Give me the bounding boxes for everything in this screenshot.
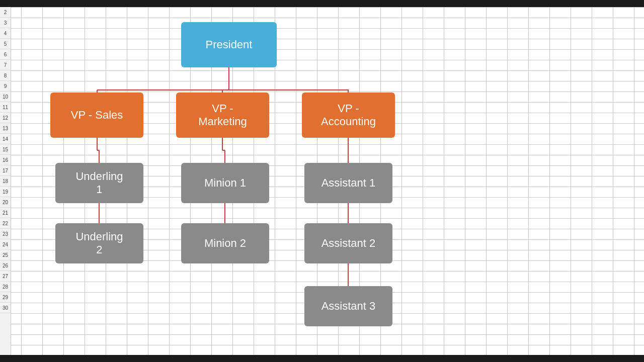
assistant1-label: Assistant 1 — [321, 176, 376, 190]
row-num-15: 15 — [0, 144, 11, 155]
row-num-5: 5 — [0, 39, 11, 49]
row-num-20: 20 — [0, 197, 11, 208]
row-num-28: 28 — [0, 282, 11, 292]
bottom-bar — [0, 355, 644, 362]
vp-accounting-label: VP - Accounting — [321, 102, 376, 129]
row-num-6: 6 — [0, 49, 11, 60]
row-num-4: 4 — [0, 28, 11, 39]
row-num-3: 3 — [0, 18, 11, 28]
minion1-label: Minion 1 — [204, 176, 246, 190]
assistant1-box[interactable]: Assistant 1 — [304, 163, 392, 203]
row-num-2: 2 — [0, 7, 11, 18]
assistant2-box[interactable]: Assistant 2 — [304, 223, 392, 263]
underling2-box[interactable]: Underling 2 — [55, 223, 143, 263]
row-num-22: 22 — [0, 218, 11, 229]
row-num-13: 13 — [0, 123, 11, 134]
assistant3-label: Assistant 3 — [321, 300, 376, 313]
underling1-label: Underling 1 — [75, 170, 123, 197]
minion2-box[interactable]: Minion 2 — [181, 223, 269, 263]
row-num-16: 16 — [0, 155, 11, 165]
row-num-21: 21 — [0, 208, 11, 218]
vp-sales-label: VP - Sales — [71, 109, 123, 122]
row-num-17: 17 — [0, 165, 11, 176]
org-chart: President VP - Sales VP - Marketing VP -… — [15, 12, 468, 354]
row-num-26: 26 — [0, 260, 11, 271]
vp-accounting-box[interactable]: VP - Accounting — [302, 93, 395, 138]
row-num-18: 18 — [0, 176, 11, 187]
assistant2-label: Assistant 2 — [321, 237, 376, 250]
row-num-7: 7 — [0, 60, 11, 70]
row-num-29: 29 — [0, 292, 11, 303]
vp-sales-box[interactable]: VP - Sales — [50, 93, 143, 138]
spreadsheet: 2 3 4 5 6 7 8 9 10 11 12 13 14 15 16 17 … — [0, 0, 644, 362]
row-num-14: 14 — [0, 134, 11, 144]
top-bar — [0, 0, 644, 7]
row-num-10: 10 — [0, 92, 11, 102]
vp-marketing-box[interactable]: VP - Marketing — [176, 93, 269, 138]
minion1-box[interactable]: Minion 1 — [181, 163, 269, 203]
row-num-8: 8 — [0, 70, 11, 81]
assistant3-box[interactable]: Assistant 3 — [304, 286, 392, 326]
president-box[interactable]: President — [181, 22, 277, 67]
vp-marketing-label: VP - Marketing — [198, 102, 247, 129]
row-num-30: 30 — [0, 303, 11, 313]
row-num-12: 12 — [0, 113, 11, 123]
minion2-label: Minion 2 — [204, 237, 246, 250]
row-num-27: 27 — [0, 271, 11, 282]
row-num-9: 9 — [0, 81, 11, 92]
underling2-label: Underling 2 — [75, 230, 123, 257]
president-label: President — [206, 38, 253, 51]
underling1-box[interactable]: Underling 1 — [55, 163, 143, 203]
row-num-11: 11 — [0, 102, 11, 113]
row-numbers: 2 3 4 5 6 7 8 9 10 11 12 13 14 15 16 17 … — [0, 7, 11, 355]
row-num-25: 25 — [0, 250, 11, 260]
grid-area: 2 3 4 5 6 7 8 9 10 11 12 13 14 15 16 17 … — [0, 7, 644, 355]
row-num-23: 23 — [0, 229, 11, 239]
row-num-19: 19 — [0, 187, 11, 197]
row-num-24: 24 — [0, 239, 11, 250]
